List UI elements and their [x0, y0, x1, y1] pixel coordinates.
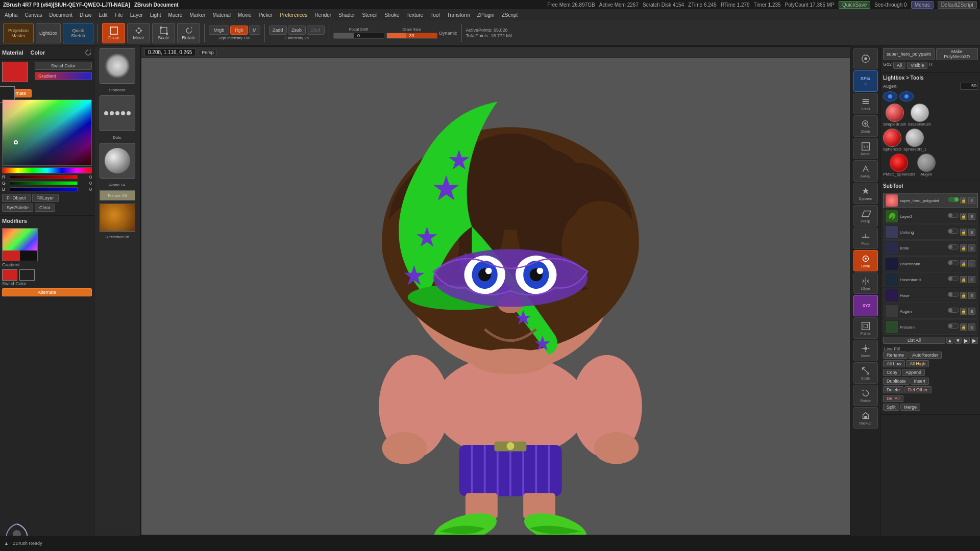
merge-btn[interactable]: Merge — [900, 404, 921, 411]
eye-btn-2[interactable] — [899, 91, 914, 102]
texture-preview-item[interactable]: Texture Off — [100, 190, 135, 201]
subtool-e-brillenband[interactable]: E — [968, 260, 975, 267]
zbuf-btn[interactable]: Zbuf — [307, 26, 325, 35]
tool-standard[interactable] — [853, 48, 878, 69]
subtool-lock-hero[interactable]: 🔒 — [960, 197, 967, 204]
menu-stroke[interactable]: Stroke — [382, 11, 402, 19]
subtool-item-layer2[interactable]: Layer2 🔒 E — [883, 209, 978, 224]
hue-bar[interactable] — [2, 167, 92, 173]
subtool-e-hose[interactable]: E — [968, 292, 975, 299]
subtool-lock-brillenband[interactable]: 🔒 — [960, 260, 967, 267]
menu-file[interactable]: File — [112, 11, 126, 19]
color-picker[interactable] — [2, 99, 92, 166]
menu-draw[interactable]: Draw — [77, 11, 94, 19]
gradient-btn[interactable]: Gradient — [35, 72, 92, 80]
tool-frame[interactable]: Frame — [853, 317, 878, 339]
list-right-arrow2[interactable]: ▶ — [971, 337, 978, 344]
subtool-toggle-augen[interactable] — [948, 308, 959, 313]
visible-btn[interactable]: Visible — [907, 62, 927, 69]
subtool-lock-umlung[interactable]: 🔒 — [960, 229, 967, 236]
delete-btn[interactable]: Delete — [883, 386, 903, 393]
subtool-item-umlung[interactable]: Umlung 🔒 E — [883, 224, 978, 240]
subtool-e-hero[interactable]: E — [968, 197, 975, 204]
reflective-texture[interactable] — [100, 204, 135, 232]
rgb-btn[interactable]: Rgb — [230, 26, 248, 35]
eye-btn-1[interactable] — [883, 91, 897, 102]
subtool-item-brille[interactable]: Brille 🔒 E — [883, 240, 978, 256]
tool-rotate2[interactable]: Rotate — [853, 385, 878, 406]
subtool-item-brillenband[interactable]: Brillenband 🔒 E — [883, 256, 978, 271]
menus-btn[interactable]: Menus — [911, 1, 934, 9]
projection-master-btn[interactable]: Projection Master — [3, 23, 34, 43]
all-high-btn[interactable]: All High — [906, 360, 929, 367]
menu-macro[interactable]: Macro — [165, 11, 185, 19]
tool-scale2[interactable]: Scale — [853, 362, 878, 384]
subtool-toggle-umlung[interactable] — [948, 229, 959, 234]
subtool-toggle-hosenband[interactable] — [948, 276, 959, 281]
menu-canvas[interactable]: Canvas — [22, 11, 45, 19]
copy-btn[interactable]: Copy — [883, 369, 901, 376]
menu-zplugin[interactable]: ZPlugin — [475, 11, 497, 19]
subtool-lock-brille[interactable]: 🔒 — [960, 244, 967, 252]
subtool-e-hosenband[interactable]: E — [968, 276, 975, 283]
zscript-btn[interactable]: DefaultZScript — [938, 1, 977, 9]
subtool-toggle-hero[interactable] — [948, 197, 959, 202]
subtool-e-brille[interactable]: E — [968, 244, 975, 252]
quicksave-btn[interactable]: QuickSave — [839, 1, 870, 9]
subtool-toggle-brillenband[interactable] — [948, 260, 959, 265]
tool-move[interactable]: Move — [853, 340, 878, 361]
rename-btn[interactable]: Rename — [883, 352, 908, 359]
subtool-item-augen[interactable]: Augen 🔒 E — [883, 304, 978, 319]
subtool-item-frossen[interactable]: Frossen 🔒 E — [883, 319, 978, 335]
pm3d-sphere[interactable] — [890, 154, 908, 172]
subtool-toggle-layer2[interactable] — [948, 213, 959, 218]
menu-picker[interactable]: Picker — [256, 11, 276, 19]
all-low-btn[interactable]: All Low — [883, 360, 905, 367]
subtool-toggle-frossen[interactable] — [948, 323, 959, 329]
subtool-e-umlung[interactable]: E — [968, 229, 975, 236]
subtool-lock-hosenband[interactable]: 🔒 — [960, 276, 967, 283]
list-all-btn[interactable]: List All — [883, 337, 945, 344]
eraser-brush-sphere[interactable] — [911, 104, 929, 122]
menu-render[interactable]: Render — [312, 11, 334, 19]
dots-brush-preview[interactable] — [100, 95, 135, 131]
del-other-btn[interactable]: Del Other — [904, 386, 932, 393]
alpha-brush-preview[interactable] — [100, 143, 135, 179]
menu-layer[interactable]: Layer — [128, 11, 145, 19]
subtool-lock-hose[interactable]: 🔒 — [960, 292, 967, 299]
sys-palette-btn[interactable]: SysPalette — [2, 204, 33, 212]
subtool-item-hero[interactable]: super_hero_polypaint 🔒 E — [883, 193, 978, 208]
subtool-e-frossen[interactable]: E — [968, 323, 975, 331]
m-btn[interactable]: M — [249, 26, 260, 35]
tool-persp[interactable]: Persp — [853, 205, 878, 227]
clear-btn[interactable]: Clear — [35, 204, 55, 212]
green-slider[interactable] — [10, 181, 78, 185]
menu-marker[interactable]: Marker — [187, 11, 208, 19]
all-btn[interactable]: All — [893, 62, 905, 69]
zadd-btn[interactable]: Zadd — [269, 26, 287, 35]
subtool-item-hosenband[interactable]: Hosenband 🔒 E — [883, 272, 978, 287]
menu-zscript[interactable]: ZScript — [499, 11, 521, 19]
scale-btn[interactable]: Scale — [152, 23, 175, 43]
menu-stencil[interactable]: Stencil — [359, 11, 380, 19]
simple-brush-sphere[interactable] — [886, 104, 904, 122]
list-down-arrow[interactable]: ▼ — [954, 337, 962, 344]
lightbox-btn[interactable]: LightBox — [36, 23, 61, 43]
focal-slider[interactable]: 0 — [333, 33, 384, 39]
mrgb-btn[interactable]: Mrgb — [209, 26, 229, 35]
tool-floor[interactable]: Floor — [853, 228, 878, 249]
tool-local[interactable]: Local — [853, 250, 878, 271]
menu-tool[interactable]: Tool — [428, 11, 442, 19]
append-btn[interactable]: Append — [902, 369, 925, 376]
subtool-toggle-hose[interactable] — [948, 292, 959, 297]
insert-btn[interactable]: Insert — [911, 378, 929, 385]
menu-edit[interactable]: Edit — [96, 11, 110, 19]
make-polymesh-btn[interactable]: Make PolyMesh3D — [936, 48, 978, 60]
fill-layer-btn[interactable]: FillLayer — [32, 194, 59, 202]
subtool-e-layer2[interactable]: E — [968, 213, 975, 220]
subtool-lock-augen[interactable]: 🔒 — [960, 308, 967, 315]
duplicate-btn[interactable]: Duplicate — [883, 378, 910, 385]
menu-light[interactable]: Light — [148, 11, 164, 19]
tool-aahal[interactable]: AAHal — [853, 160, 878, 182]
blue-slider[interactable] — [10, 187, 78, 191]
